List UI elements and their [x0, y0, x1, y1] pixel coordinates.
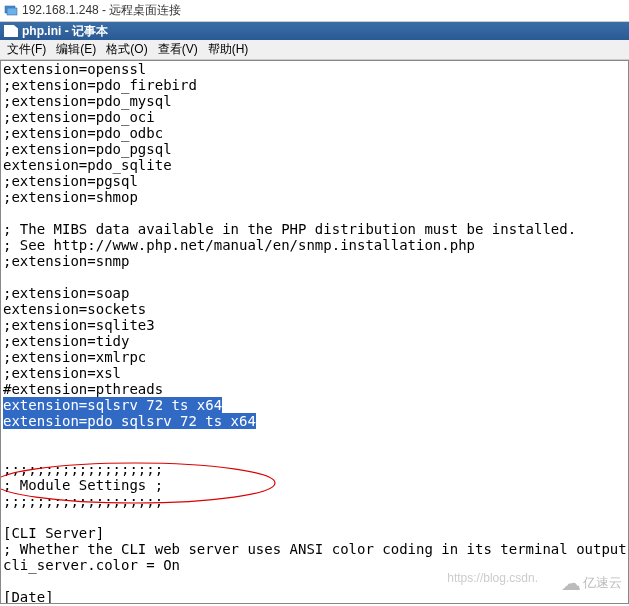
text-line: extension=openssl	[3, 61, 146, 77]
menu-help[interactable]: 帮助(H)	[205, 40, 252, 59]
menu-view[interactable]: 查看(V)	[155, 40, 201, 59]
menu-file[interactable]: 文件(F)	[4, 40, 49, 59]
text-line: ;extension=pdo_pgsql	[3, 141, 172, 157]
text-line: ;extension=pdo_firebird	[3, 77, 197, 93]
notepad-title: php.ini - 记事本	[22, 23, 108, 40]
rdp-titlebar: 192.168.1.248 - 远程桌面连接	[0, 0, 629, 22]
text-line: ;extension=snmp	[3, 253, 129, 269]
text-line: extension=pdo_sqlite	[3, 157, 172, 173]
notepad-titlebar: php.ini - 记事本	[0, 22, 629, 40]
text-line: ;extension=xsl	[3, 365, 121, 381]
text-line: ;;;;;;;;;;;;;;;;;;;	[3, 493, 163, 509]
text-line: ;extension=xmlrpc	[3, 349, 146, 365]
text-line: [CLI Server]	[3, 525, 104, 541]
selected-text-line-1: extension=sqlsrv_72_ts_x64	[3, 397, 222, 413]
text-line: ;extension=shmop	[3, 189, 138, 205]
text-line: ; The MIBS data available in the PHP dis…	[3, 221, 576, 237]
text-line: ; Whether the CLI web server uses ANSI c…	[3, 541, 629, 557]
selected-text-line-2: extension=pdo_sqlsrv_72_ts_x64	[3, 413, 256, 429]
text-line: ;extension=pdo_odbc	[3, 125, 163, 141]
menu-format[interactable]: 格式(O)	[103, 40, 150, 59]
text-line: ;extension=pgsql	[3, 173, 138, 189]
text-line: ; Module Settings ;	[3, 477, 163, 493]
text-line: ;extension=tidy	[3, 333, 129, 349]
text-line: ;extension=sqlite3	[3, 317, 155, 333]
text-line: ;extension=soap	[3, 285, 129, 301]
text-line: ;;;;;;;;;;;;;;;;;;;	[3, 461, 163, 477]
rdp-icon	[4, 4, 18, 18]
svg-rect-1	[7, 8, 17, 15]
text-line: extension=sockets	[3, 301, 146, 317]
editor-content[interactable]: extension=openssl ;extension=pdo_firebir…	[1, 61, 628, 604]
text-line: ;extension=pdo_mysql	[3, 93, 172, 109]
notepad-icon	[4, 25, 18, 37]
editor-area[interactable]: extension=openssl ;extension=pdo_firebir…	[0, 60, 629, 604]
menu-edit[interactable]: 编辑(E)	[53, 40, 99, 59]
text-line: ;extension=pdo_oci	[3, 109, 155, 125]
rdp-title: 192.168.1.248 - 远程桌面连接	[22, 2, 181, 19]
text-line: #extension=pthreads	[3, 381, 163, 397]
text-line: ; See http://www.php.net/manual/en/snmp.…	[3, 237, 475, 253]
text-line: cli_server.color = On	[3, 557, 180, 573]
menubar: 文件(F) 编辑(E) 格式(O) 查看(V) 帮助(H)	[0, 40, 629, 60]
text-line: [Date]	[3, 589, 54, 604]
